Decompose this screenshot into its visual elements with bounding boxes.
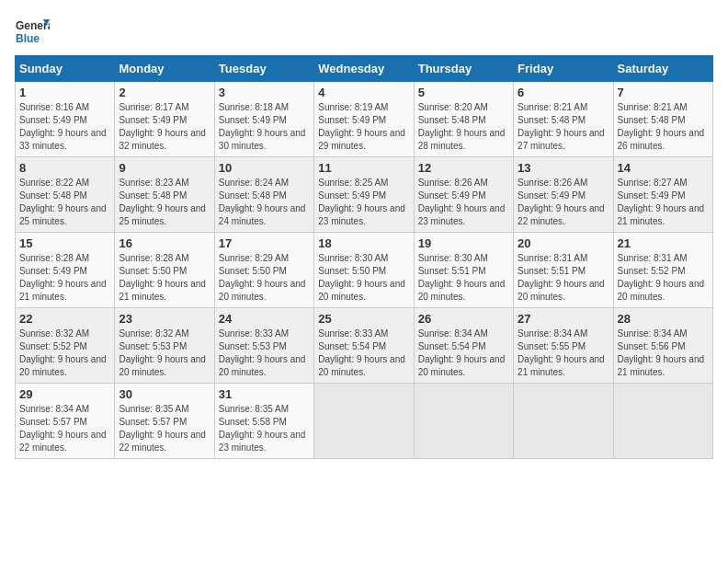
day-info: Sunrise: 8:32 AMSunset: 5:53 PMDaylight:…: [119, 328, 206, 377]
day-number: 18: [318, 236, 409, 250]
day-info: Sunrise: 8:29 AMSunset: 5:50 PMDaylight:…: [219, 253, 306, 302]
calendar-cell: 19 Sunrise: 8:30 AMSunset: 5:51 PMDaylig…: [414, 233, 513, 308]
day-number: 25: [318, 312, 409, 326]
logo-text: General Blue: [15, 15, 50, 50]
calendar-cell: 4 Sunrise: 8:19 AMSunset: 5:49 PMDayligh…: [314, 82, 414, 157]
day-number: 29: [19, 387, 110, 401]
calendar-cell: [613, 384, 712, 459]
day-number: 4: [318, 86, 409, 99]
day-number: 22: [19, 312, 110, 326]
day-number: 19: [418, 236, 509, 250]
day-info: Sunrise: 8:34 AMSunset: 5:55 PMDaylight:…: [518, 328, 605, 377]
day-info: Sunrise: 8:17 AMSunset: 5:49 PMDaylight:…: [119, 102, 206, 151]
day-number: 17: [219, 236, 310, 250]
calendar-cell: 23 Sunrise: 8:32 AMSunset: 5:53 PMDaylig…: [115, 308, 214, 384]
day-info: Sunrise: 8:34 AMSunset: 5:56 PMDaylight:…: [618, 328, 705, 377]
calendar-cell: 3 Sunrise: 8:18 AMSunset: 5:49 PMDayligh…: [214, 82, 313, 157]
day-info: Sunrise: 8:26 AMSunset: 5:49 PMDaylight:…: [418, 178, 506, 226]
page-header: General Blue: [15, 15, 713, 50]
day-number: 2: [119, 86, 210, 99]
calendar-cell: 14 Sunrise: 8:27 AMSunset: 5:49 PMDaylig…: [613, 157, 712, 233]
calendar-cell: 26 Sunrise: 8:34 AMSunset: 5:54 PMDaylig…: [414, 308, 513, 384]
calendar-cell: [414, 384, 513, 459]
day-info: Sunrise: 8:27 AMSunset: 5:49 PMDaylight:…: [618, 178, 705, 226]
day-number: 1: [19, 86, 110, 99]
day-number: 14: [618, 161, 709, 175]
day-info: Sunrise: 8:34 AMSunset: 5:54 PMDaylight:…: [418, 328, 506, 377]
calendar-cell: 13 Sunrise: 8:26 AMSunset: 5:49 PMDaylig…: [514, 157, 613, 233]
header-day-thursday: Thursday: [414, 56, 513, 82]
calendar-cell: 1 Sunrise: 8:16 AMSunset: 5:49 PMDayligh…: [16, 82, 115, 157]
day-info: Sunrise: 8:16 AMSunset: 5:49 PMDaylight:…: [19, 102, 107, 151]
day-info: Sunrise: 8:31 AMSunset: 5:52 PMDaylight:…: [618, 253, 705, 302]
header-day-sunday: Sunday: [16, 56, 115, 82]
calendar-cell: 20 Sunrise: 8:31 AMSunset: 5:51 PMDaylig…: [514, 233, 613, 308]
day-info: Sunrise: 8:25 AMSunset: 5:49 PMDaylight:…: [318, 178, 405, 226]
calendar-cell: 9 Sunrise: 8:23 AMSunset: 5:48 PMDayligh…: [115, 157, 214, 233]
day-info: Sunrise: 8:28 AMSunset: 5:49 PMDaylight:…: [19, 253, 107, 302]
calendar-cell: 27 Sunrise: 8:34 AMSunset: 5:55 PMDaylig…: [514, 308, 613, 384]
calendar-cell: 31 Sunrise: 8:35 AMSunset: 5:58 PMDaylig…: [214, 384, 313, 459]
day-info: Sunrise: 8:19 AMSunset: 5:49 PMDaylight:…: [318, 102, 405, 151]
calendar-cell: 6 Sunrise: 8:21 AMSunset: 5:48 PMDayligh…: [514, 82, 613, 157]
calendar-cell: 30 Sunrise: 8:35 AMSunset: 5:57 PMDaylig…: [115, 384, 214, 459]
day-number: 27: [518, 312, 609, 326]
calendar-cell: [514, 384, 613, 459]
calendar-week-2: 8 Sunrise: 8:22 AMSunset: 5:48 PMDayligh…: [16, 157, 713, 233]
calendar-week-5: 29 Sunrise: 8:34 AMSunset: 5:57 PMDaylig…: [16, 384, 713, 459]
calendar-cell: 25 Sunrise: 8:33 AMSunset: 5:54 PMDaylig…: [314, 308, 414, 384]
day-info: Sunrise: 8:30 AMSunset: 5:50 PMDaylight:…: [318, 253, 405, 302]
day-info: Sunrise: 8:35 AMSunset: 5:57 PMDaylight:…: [119, 404, 206, 453]
calendar-cell: 18 Sunrise: 8:30 AMSunset: 5:50 PMDaylig…: [314, 233, 414, 308]
calendar-cell: 21 Sunrise: 8:31 AMSunset: 5:52 PMDaylig…: [613, 233, 712, 308]
calendar-week-3: 15 Sunrise: 8:28 AMSunset: 5:49 PMDaylig…: [16, 233, 713, 308]
day-number: 24: [219, 312, 310, 326]
calendar-week-4: 22 Sunrise: 8:32 AMSunset: 5:52 PMDaylig…: [16, 308, 713, 384]
day-number: 30: [119, 387, 210, 401]
day-info: Sunrise: 8:30 AMSunset: 5:51 PMDaylight:…: [418, 253, 506, 302]
calendar-week-1: 1 Sunrise: 8:16 AMSunset: 5:49 PMDayligh…: [16, 82, 713, 157]
day-info: Sunrise: 8:26 AMSunset: 5:49 PMDaylight:…: [518, 178, 605, 226]
day-info: Sunrise: 8:35 AMSunset: 5:58 PMDaylight:…: [219, 404, 306, 453]
day-info: Sunrise: 8:34 AMSunset: 5:57 PMDaylight:…: [19, 404, 107, 453]
day-number: 23: [119, 312, 210, 326]
day-number: 13: [518, 161, 609, 175]
day-info: Sunrise: 8:18 AMSunset: 5:49 PMDaylight:…: [219, 102, 306, 151]
day-number: 20: [518, 236, 609, 250]
calendar-cell: 22 Sunrise: 8:32 AMSunset: 5:52 PMDaylig…: [16, 308, 115, 384]
day-info: Sunrise: 8:32 AMSunset: 5:52 PMDaylight:…: [19, 328, 107, 377]
calendar-table: SundayMondayTuesdayWednesdayThursdayFrid…: [15, 55, 713, 459]
calendar-cell: 16 Sunrise: 8:28 AMSunset: 5:50 PMDaylig…: [115, 233, 214, 308]
day-info: Sunrise: 8:31 AMSunset: 5:51 PMDaylight:…: [518, 253, 605, 302]
calendar-cell: [314, 384, 414, 459]
day-info: Sunrise: 8:22 AMSunset: 5:48 PMDaylight:…: [19, 178, 107, 226]
day-info: Sunrise: 8:24 AMSunset: 5:48 PMDaylight:…: [219, 178, 306, 226]
calendar-cell: 11 Sunrise: 8:25 AMSunset: 5:49 PMDaylig…: [314, 157, 414, 233]
calendar-cell: 5 Sunrise: 8:20 AMSunset: 5:48 PMDayligh…: [414, 82, 513, 157]
calendar-cell: 28 Sunrise: 8:34 AMSunset: 5:56 PMDaylig…: [613, 308, 712, 384]
header-day-wednesday: Wednesday: [314, 56, 414, 82]
logo: General Blue: [15, 15, 50, 50]
logo-icon: General Blue: [15, 15, 50, 50]
day-number: 10: [219, 161, 310, 175]
calendar-cell: 7 Sunrise: 8:21 AMSunset: 5:48 PMDayligh…: [613, 82, 712, 157]
day-info: Sunrise: 8:21 AMSunset: 5:48 PMDaylight:…: [618, 102, 705, 151]
day-info: Sunrise: 8:33 AMSunset: 5:54 PMDaylight:…: [318, 328, 405, 377]
svg-text:Blue: Blue: [16, 32, 40, 45]
day-number: 8: [19, 161, 110, 175]
day-number: 26: [418, 312, 509, 326]
day-number: 15: [19, 236, 110, 250]
day-number: 7: [618, 86, 709, 99]
day-number: 9: [119, 161, 210, 175]
day-info: Sunrise: 8:23 AMSunset: 5:48 PMDaylight:…: [119, 178, 206, 226]
day-number: 21: [618, 236, 709, 250]
day-info: Sunrise: 8:21 AMSunset: 5:48 PMDaylight:…: [518, 102, 605, 151]
calendar-cell: 12 Sunrise: 8:26 AMSunset: 5:49 PMDaylig…: [414, 157, 513, 233]
day-number: 11: [318, 161, 409, 175]
day-number: 31: [219, 387, 310, 401]
calendar-cell: 2 Sunrise: 8:17 AMSunset: 5:49 PMDayligh…: [115, 82, 214, 157]
day-number: 28: [618, 312, 709, 326]
header-day-monday: Monday: [115, 56, 214, 82]
calendar-cell: 24 Sunrise: 8:33 AMSunset: 5:53 PMDaylig…: [214, 308, 313, 384]
header-day-friday: Friday: [514, 56, 613, 82]
